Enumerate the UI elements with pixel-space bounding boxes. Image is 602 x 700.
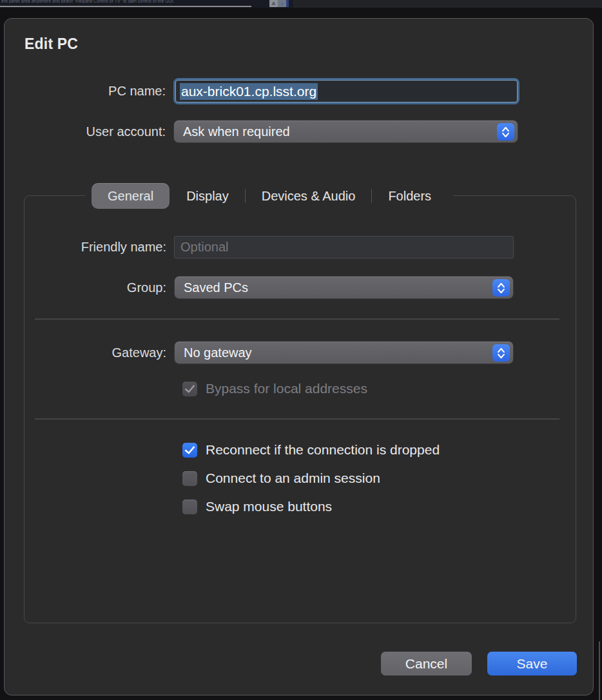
background-window-edge bbox=[599, 641, 600, 700]
user-account-value: Ask when required bbox=[183, 124, 290, 139]
tab-folders[interactable]: Folders bbox=[372, 183, 447, 209]
tab-bar: General Display Devices & Audio Folders bbox=[85, 183, 454, 209]
gateway-value: No gateway bbox=[184, 345, 252, 360]
dialog-title: Edit PC bbox=[24, 35, 78, 53]
reconnect-checkbox[interactable] bbox=[182, 443, 197, 458]
user-account-label: User account: bbox=[5, 124, 173, 139]
background-window-strip: ent panel area anywhere and select "Requ… bbox=[0, 0, 602, 8]
friendly-name-label: Friendly name: bbox=[24, 240, 174, 255]
user-account-select[interactable]: Ask when required bbox=[173, 120, 518, 143]
swap-mouse-checkbox[interactable] bbox=[182, 500, 197, 514]
bypass-checkbox bbox=[182, 382, 197, 396]
chevron-up-down-icon bbox=[497, 123, 514, 141]
separator bbox=[35, 418, 559, 420]
chevron-up-down-icon bbox=[492, 344, 510, 362]
general-tab-panel: Friendly name: Group: Saved PCs Gateway:… bbox=[24, 195, 576, 623]
gateway-row: Gateway: No gateway bbox=[24, 341, 576, 364]
pc-name-row: PC name: aux-brick01.cp.lsst.org bbox=[5, 78, 593, 104]
reconnect-label: Reconnect if the connection is dropped bbox=[206, 442, 440, 458]
tab-display[interactable]: Display bbox=[170, 183, 245, 209]
group-select[interactable]: Saved PCs bbox=[174, 276, 514, 299]
bypass-label: Bypass for local addresses bbox=[206, 381, 367, 396]
background-window-text: ent panel area anywhere and select "Requ… bbox=[1, 0, 259, 3]
background-blue-bar bbox=[286, 0, 289, 7]
swap-mouse-checkbox-row[interactable]: Swap mouse buttons bbox=[182, 499, 332, 514]
background-letter-icon: A bbox=[269, 0, 278, 7]
admin-session-checkbox[interactable] bbox=[182, 471, 197, 486]
swap-mouse-label: Swap mouse buttons bbox=[206, 499, 332, 514]
cancel-button[interactable]: Cancel bbox=[381, 652, 472, 676]
background-right-panel bbox=[293, 0, 602, 8]
admin-session-checkbox-row[interactable]: Connect to an admin session bbox=[182, 471, 380, 486]
pc-name-focus-ring: aux-brick01.cp.lsst.org bbox=[173, 78, 519, 104]
group-label: Group: bbox=[24, 280, 174, 295]
chevron-up-down-icon bbox=[492, 279, 510, 297]
background-blue-icon: v bbox=[278, 0, 286, 7]
pc-name-input[interactable]: aux-brick01.cp.lsst.org bbox=[175, 80, 518, 102]
gateway-label: Gateway: bbox=[24, 345, 174, 360]
tab-general[interactable]: General bbox=[92, 183, 170, 209]
admin-session-label: Connect to an admin session bbox=[206, 471, 380, 486]
edit-pc-dialog: Edit PC PC name: aux-brick01.cp.lsst.org… bbox=[4, 18, 594, 695]
group-row: Group: Saved PCs bbox=[24, 276, 576, 299]
pc-name-selected-text: aux-brick01.cp.lsst.org bbox=[180, 83, 318, 100]
friendly-name-input[interactable] bbox=[174, 236, 514, 258]
user-account-row: User account: Ask when required bbox=[5, 120, 593, 143]
background-scrollbar bbox=[0, 6, 251, 7]
friendly-name-row: Friendly name: bbox=[24, 236, 576, 258]
group-value: Saved PCs bbox=[184, 280, 248, 295]
bypass-checkbox-row: Bypass for local addresses bbox=[182, 381, 367, 396]
gateway-select[interactable]: No gateway bbox=[174, 341, 514, 364]
pc-name-label: PC name: bbox=[5, 84, 173, 99]
separator bbox=[35, 318, 559, 320]
tab-devices-audio[interactable]: Devices & Audio bbox=[246, 183, 372, 209]
reconnect-checkbox-row[interactable]: Reconnect if the connection is dropped bbox=[182, 442, 440, 458]
background-toolbar-icons: A v bbox=[269, 0, 289, 7]
save-button[interactable]: Save bbox=[487, 652, 577, 676]
